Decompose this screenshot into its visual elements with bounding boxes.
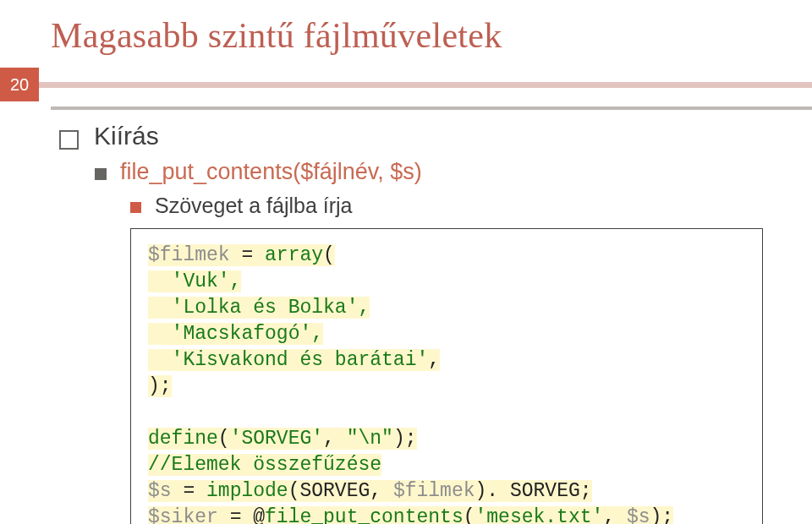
bullet-level-3: Szöveget a fájlba írja [130,194,778,218]
bullet-3-text: Szöveget a fájlba írja [155,194,352,218]
code-line: 'Kisvakond és barátai', [148,347,745,374]
code-line: 'Lolka és Bolka', [148,295,745,321]
content-area: Kiírás file_put_contents($fájlnév, $s) S… [51,110,778,524]
code-line: 'Vuk', [148,269,745,295]
code-line [148,400,745,426]
slide: Magasabb szintű fájlműveletek 20 Kiírás … [0,0,812,524]
code-line: $siker = @file_put_contents('mesek.txt',… [148,505,745,524]
bullet-level-1: Kiírás [59,122,778,150]
divider-shadow [39,82,812,88]
slide-title: Magasabb szintű fájlműveletek [51,15,778,56]
code-line: 'Macskafogó', [148,321,745,347]
code-line: ); [148,374,745,400]
square-solid-icon [95,168,107,180]
badge-row: 20 [51,68,778,101]
code-block: $filmek = array( 'Vuk', 'Lolka és Bolka'… [130,228,763,524]
code-line: $filmek = array( [148,243,745,269]
square-outline-icon [59,130,79,150]
bullet-2-text: file_put_contents($fájlnév, $s) [120,159,422,185]
bullet-1-text: Kiírás [94,122,159,150]
page-number-badge: 20 [0,68,39,101]
bullet-level-2: file_put_contents($fájlnév, $s) [95,159,778,185]
square-accent-icon [130,202,141,213]
code-line: //Elemek összefűzése [148,452,745,478]
code-line: define('SORVEG', "\n"); [148,426,745,452]
code-line: $s = implode(SORVEG, $filmek). SORVEG; [148,478,745,505]
